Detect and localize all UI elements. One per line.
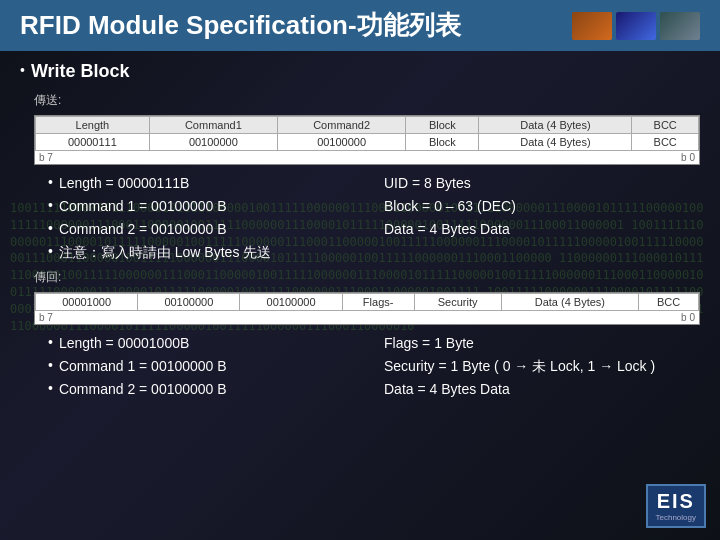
resp-bit-b0: b 0 [681,312,695,323]
resp-td-data: Data (4 Bytes) [501,294,638,311]
bullet-icon: • [20,62,25,78]
resp-bullet-cmd2: • Command 2 = 00100000 B [48,379,364,400]
bullet-cmd1: • Command 1 = 00100000 B [48,196,364,217]
eis-box: EIS Technology [646,484,706,528]
send-section: 傳送: Length Command1 Command2 Block Data … [34,92,700,263]
th-length: Length [36,117,150,134]
resp-bullet-row-1: • Length = 00001000B Flags = 1 Byte [48,333,700,356]
send-table: Length Command1 Command2 Block Data (4 B… [35,116,699,151]
resp-bullet-row-3: • Command 2 = 00100000 B Data = 4 Bytes … [48,379,700,402]
response-table-bits: b 7 b 0 [35,311,699,324]
bullet-cmd2: • Command 2 = 00100000 B [48,219,364,240]
resp-bullet-data: Data = 4 Bytes Data [384,379,700,400]
resp-bullet-flags: Flags = 1 Byte [384,333,700,354]
response-table-row: 00001000 00100000 00100000 Flags- Securi… [36,294,699,311]
resp-td-length: 00001000 [36,294,138,311]
bullet-data-info: Data = 4 Bytes Data [384,219,700,240]
header-image-1 [572,12,612,40]
resp-bullet-length: • Length = 00001000B [48,333,364,354]
resp-td-bcc: BCC [639,294,699,311]
bullet-length: • Length = 00000111B [48,173,364,194]
header-image-2 [616,12,656,40]
bullet-row-3: • Command 2 = 00100000 B Data = 4 Bytes … [48,219,700,242]
resp-td-security: Security [414,294,501,311]
bullet-row-2: • Command 1 = 00100000 B Block = 0 – 63 … [48,196,700,219]
bullet-block-range: Block = 0 – 63 (DEC) [384,196,700,217]
send-table-bits: b 7 b 0 [35,151,699,164]
write-block-bullets: • Length = 00000111B UID = 8 Bytes • Com… [48,173,700,263]
td-command2: 00100000 [277,134,405,151]
th-command1: Command1 [149,117,277,134]
response-bullets: • Length = 00001000B Flags = 1 Byte • Co… [48,333,700,402]
td-data: Data (4 Bytes) [479,134,632,151]
response-label: 傳回: [34,269,700,286]
bullet-uid: UID = 8 Bytes [384,173,700,194]
td-bcc: BCC [632,134,699,151]
response-table: 00001000 00100000 00100000 Flags- Securi… [35,293,699,311]
send-table-data-row: 00000111 00100000 00100000 Block Data (4… [36,134,699,151]
send-table-container: Length Command1 Command2 Block Data (4 B… [34,115,700,165]
page-title: RFID Module Specification-功能列表 [20,8,461,43]
eis-logo: EIS Technology [646,484,706,528]
th-data: Data (4 Bytes) [479,117,632,134]
send-table-header-row: Length Command1 Command2 Block Data (4 B… [36,117,699,134]
main-content: RFID Module Specification-功能列表 • Write B… [0,0,720,540]
send-label: 傳送: [34,92,700,109]
th-block: Block [406,117,479,134]
bullet-row-1: • Length = 00000111B UID = 8 Bytes [48,173,700,196]
response-section: 傳回: 00001000 00100000 00100000 Flags- Se… [34,269,700,402]
resp-bullet-row-2: • Command 1 = 00100000 B Security = 1 By… [48,356,700,379]
resp-bit-b7: b 7 [39,312,53,323]
header-image-3 [660,12,700,40]
eis-sub: Technology [656,513,696,522]
td-command1: 00100000 [149,134,277,151]
eis-text: EIS [656,490,696,513]
header-images [572,12,700,40]
header: RFID Module Specification-功能列表 [0,0,720,51]
td-block: Block [406,134,479,151]
th-command2: Command2 [277,117,405,134]
response-table-container: 00001000 00100000 00100000 Flags- Securi… [34,292,700,325]
bit-b7: b 7 [39,152,53,163]
resp-td-command2: 00100000 [240,294,342,311]
bit-b0: b 0 [681,152,695,163]
resp-td-command1: 00100000 [138,294,240,311]
td-length: 00000111 [36,134,150,151]
slide-body: • Write Block 傳送: Length Command1 Comman… [0,51,720,418]
resp-td-flags: Flags- [342,294,414,311]
th-bcc: BCC [632,117,699,134]
write-block-title: Write Block [31,61,130,82]
resp-bullet-security: Security = 1 Byte ( 0 → 未 Lock, 1 → Lock… [384,356,700,377]
write-block-header: • Write Block [20,61,700,90]
resp-bullet-cmd1: • Command 1 = 00100000 B [48,356,364,377]
bullet-note: • 注意：寫入時請由 Low Bytes 先送 [48,242,700,263]
